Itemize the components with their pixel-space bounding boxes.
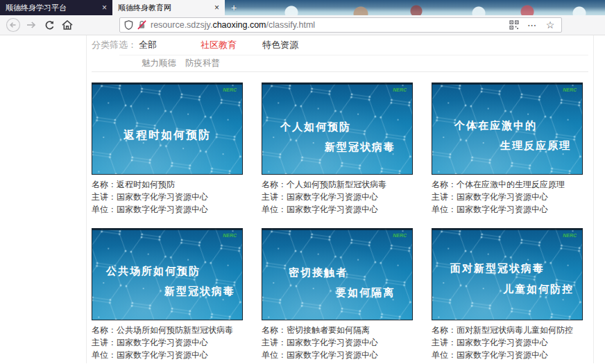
new-tab-button[interactable]: + xyxy=(225,0,243,15)
page-actions-button[interactable]: ⋯ xyxy=(525,18,539,32)
glow-overlay xyxy=(432,229,582,320)
course-name: 个人如何预防新型冠状病毒 xyxy=(287,180,386,189)
meta-label-name: 名称： xyxy=(92,180,117,189)
reload-button[interactable] xyxy=(40,17,58,33)
meta-label-name: 名称： xyxy=(262,325,287,335)
close-icon[interactable]: × xyxy=(102,3,107,12)
nerc-logo: NERC xyxy=(393,87,407,92)
course-meta: 名称：返程时如何预防 主讲：国家数字化学习资源中心 单位：国家数字化学习资源中心 xyxy=(92,178,243,216)
thumb-title-line2: 要如何隔离 xyxy=(335,286,395,298)
course-lecturer: 国家数字化学习资源中心 xyxy=(457,338,548,347)
subcategory-epidemic-science[interactable]: 防疫科普 xyxy=(185,58,220,69)
meta-label-lecturer: 主讲： xyxy=(432,192,457,202)
nerc-logo: NERC xyxy=(223,87,237,92)
course-lecturer: 国家数字化学习资源中心 xyxy=(287,338,378,347)
qr-code-icon xyxy=(509,20,519,30)
course-card[interactable]: NERC 返程时如何预防 名称：返程时如何预防 主讲：国家数字化学习资源中心 单… xyxy=(92,83,243,216)
category-filter-row: 分类筛选： 全部 社区教育 特色资源 xyxy=(92,35,588,55)
course-unit: 国家数字化学习资源中心 xyxy=(117,350,208,360)
course-thumbnail[interactable]: NERC 公共场所如何预防 新型冠状病毒 xyxy=(92,228,243,320)
insecure-lock-icon[interactable] xyxy=(137,20,146,30)
forward-icon xyxy=(25,19,37,31)
meta-label-name: 名称： xyxy=(92,325,117,335)
home-button[interactable] xyxy=(58,17,76,33)
url-path: /classify.html xyxy=(266,20,316,30)
qr-extension-button[interactable] xyxy=(507,18,521,32)
course-lecturer: 国家数字化学习资源中心 xyxy=(117,192,208,202)
thumb-title-line1: 个体在应激中的 xyxy=(454,119,537,132)
thumb-title-line2: 新型冠状病毒 xyxy=(164,285,235,297)
course-lecturer: 国家数字化学习资源中心 xyxy=(117,338,208,347)
reload-icon xyxy=(44,19,56,31)
nerc-logo: NERC xyxy=(563,87,577,92)
thumb-title-line2: 生理反应原理 xyxy=(500,139,571,151)
frame-edge xyxy=(92,229,242,230)
url-prefix: resource.sdzsjy. xyxy=(151,20,212,30)
course-unit: 国家数字化学习资源中心 xyxy=(287,350,378,360)
course-grid: NERC 返程时如何预防 名称：返程时如何预防 主讲：国家数字化学习资源中心 单… xyxy=(92,72,588,361)
url-text[interactable]: resource.sdzsjy.chaoxing.com/classify.ht… xyxy=(151,20,503,30)
thumb-title-line1: 密切接触者 xyxy=(289,266,348,279)
course-thumbnail[interactable]: NERC 密切接触者 要如何隔离 xyxy=(262,228,413,320)
tracking-shield-icon[interactable] xyxy=(124,20,133,30)
browser-toolbar: resource.sdzsjy.chaoxing.com/classify.ht… xyxy=(0,15,605,35)
content-container: 分类筛选： 全部 社区教育 特色资源 魅力顺德 防疫科普 NERC 返程时如何预… xyxy=(86,35,594,363)
course-meta: 名称：密切接触者要如何隔离 主讲：国家数字化学习资源中心 单位：国家数字化学习资… xyxy=(262,324,413,361)
course-name: 个体在应激中的生理反应原理 xyxy=(457,180,565,189)
meta-label-lecturer: 主讲： xyxy=(92,192,117,202)
meta-label-unit: 单位： xyxy=(92,205,117,214)
course-card[interactable]: NERC 公共场所如何预防 新型冠状病毒 名称：公共场所如何预防新型冠状病毒 主… xyxy=(92,228,243,361)
course-unit: 国家数字化学习资源中心 xyxy=(457,205,548,214)
meta-label-lecturer: 主讲： xyxy=(432,338,457,347)
meta-label-unit: 单位： xyxy=(432,350,457,360)
course-card[interactable]: NERC 面对新型冠状病毒 儿童如何防控 名称：面对新型冠状病毒儿童如何防控 主… xyxy=(432,228,583,361)
bookmark-button[interactable]: ☆ xyxy=(543,18,557,32)
home-icon xyxy=(61,19,74,31)
course-thumbnail[interactable]: NERC 个人如何预防 新型冠状病毒 xyxy=(262,83,413,175)
frame-edge xyxy=(432,229,582,230)
back-button[interactable] xyxy=(4,17,22,33)
course-unit: 国家数字化学习资源中心 xyxy=(117,205,208,214)
thumb-title-line1: 个人如何预防 xyxy=(280,121,351,132)
close-icon[interactable]: × xyxy=(214,3,219,12)
url-bar[interactable]: resource.sdzsjy.chaoxing.com/classify.ht… xyxy=(119,17,562,33)
course-name: 面对新型冠状病毒儿童如何防控 xyxy=(457,325,573,335)
filter-label: 分类筛选： xyxy=(92,39,139,51)
course-card[interactable]: NERC 密切接触者 要如何隔离 名称：密切接触者要如何隔离 主讲：国家数字化学… xyxy=(262,228,413,361)
subcategory-charming-shunde[interactable]: 魅力顺德 xyxy=(142,58,176,69)
course-card[interactable]: NERC 个人如何预防 新型冠状病毒 名称：个人如何预防新型冠状病毒 主讲：国家… xyxy=(262,83,413,216)
tab-title: 顺德终身学习平台 xyxy=(6,3,98,13)
forward-button[interactable] xyxy=(22,17,40,33)
tab-bar: 顺德终身学习平台 × 顺德终身教育网 × + xyxy=(0,0,605,15)
course-thumbnail[interactable]: NERC 面对新型冠状病毒 儿童如何防控 xyxy=(432,228,583,320)
meta-label-unit: 单位： xyxy=(262,350,287,360)
star-icon: ☆ xyxy=(546,19,555,31)
thumb-title-line1: 返程时如何预防 xyxy=(123,128,211,141)
tab-shunde-education-site[interactable]: 顺德终身教育网 × xyxy=(112,0,225,15)
frame-edge xyxy=(92,83,242,85)
course-card[interactable]: NERC 个体在应激中的 生理反应原理 名称：个体在应激中的生理反应原理 主讲：… xyxy=(432,83,583,216)
category-featured-resources[interactable]: 特色资源 xyxy=(262,39,324,51)
tab-shunde-learning-platform[interactable]: 顺德终身学习平台 × xyxy=(0,0,112,15)
meta-label-unit: 单位： xyxy=(92,350,117,360)
meta-label-lecturer: 主讲： xyxy=(92,338,117,347)
course-lecturer: 国家数字化学习资源中心 xyxy=(287,192,378,202)
tab-title: 顺德终身教育网 xyxy=(118,3,210,13)
course-thumbnail[interactable]: NERC 返程时如何预防 xyxy=(92,83,243,175)
frame-edge xyxy=(432,83,582,85)
meta-label-unit: 单位： xyxy=(432,205,457,214)
nerc-logo: NERC xyxy=(563,233,577,238)
thumb-title-line1: 公共场所如何预防 xyxy=(105,265,201,277)
category-community-education[interactable]: 社区教育 xyxy=(201,39,262,51)
category-all[interactable]: 全部 xyxy=(139,39,201,51)
course-meta: 名称：个体在应激中的生理反应原理 主讲：国家数字化学习资源中心 单位：国家数字化… xyxy=(432,178,583,216)
course-meta: 名称：公共场所如何预防新型冠状病毒 主讲：国家数字化学习资源中心 单位：国家数字… xyxy=(92,324,243,361)
meta-label-lecturer: 主讲： xyxy=(262,192,287,202)
back-icon xyxy=(6,17,21,33)
course-meta: 名称：面对新型冠状病毒儿童如何防控 主讲：国家数字化学习资源中心 单位：国家数字… xyxy=(432,324,583,361)
thumb-title-line2: 儿童如何防控 xyxy=(502,283,574,295)
meta-label-lecturer: 主讲： xyxy=(262,338,287,347)
frame-edge xyxy=(262,83,412,85)
nerc-logo: NERC xyxy=(393,233,407,238)
course-thumbnail[interactable]: NERC 个体在应激中的 生理反应原理 xyxy=(432,83,583,175)
